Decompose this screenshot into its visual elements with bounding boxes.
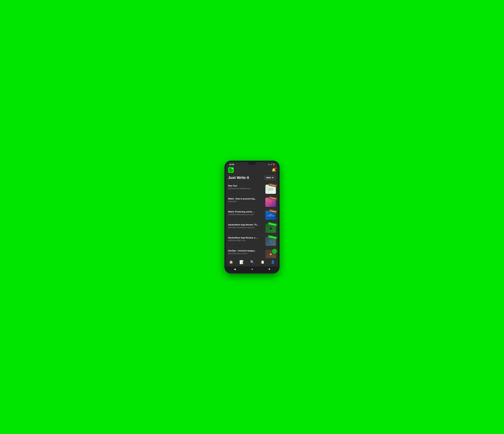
article-title: New Text (228, 185, 264, 187)
article-info: HackerNoon App Review: Th... 08/01/2024 … (228, 224, 265, 228)
logo-inner-circle (229, 168, 233, 172)
notification-badge: 1 (275, 167, 276, 169)
article-thumbnail: 🤲 🎧 (265, 250, 276, 258)
article-thumbnail: 📱 published (265, 224, 276, 233)
list-item[interactable]: DevOps : inclusive langua... 28/12/2023 … (228, 248, 276, 258)
article-meta: 02/01/2024 With it, you (228, 240, 264, 242)
phone-device: 10:56 ▲ ▲ 🔴 🔔 1 Just Write It (225, 161, 279, 273)
bottom-nav: 🏠 📝 🔍 📋 👤 (226, 258, 278, 266)
app-header: 🔔 1 (226, 166, 278, 174)
article-info: HackerNoon App Review: a ... 02/01/2024 … (228, 237, 265, 242)
article-meta: 26/02/2024 No Additional text (228, 188, 264, 190)
phone-screen: 10:56 ▲ ▲ 🔴 🔔 1 Just Write It (226, 162, 278, 272)
nav-item-search[interactable]: 🔍 (248, 260, 256, 264)
article-title: Web3: Protecting artists ... (228, 211, 264, 213)
signal-icon: ▲ (270, 163, 272, 165)
article-thumbnail: 👤 published (265, 237, 276, 246)
search-icon: 🔍 (250, 260, 254, 264)
home-icon: 🏠 (229, 260, 233, 264)
wifi-icon: ▲ (268, 163, 270, 165)
article-thumbnail: Insert yourimage here template (265, 185, 276, 194)
nav-item-feed[interactable]: 📋 (259, 260, 267, 264)
article-info: Web3 : How to prevent big... 24/02/2024 … (228, 198, 265, 202)
list-item[interactable]: Web3 : How to prevent big... 24/02/2024 … (228, 196, 276, 209)
profile-icon: 👤 (271, 260, 275, 264)
recents-button[interactable]: ■ (269, 268, 270, 271)
status-icons: ▲ ▲ 🔴 (268, 163, 275, 165)
article-thumbnail: StartThe Year 2023 template (265, 211, 276, 220)
new-button-label: NEW (266, 177, 271, 179)
article-title: HackerNoon App Review: a ... (228, 237, 264, 239)
nav-item-profile[interactable]: 👤 (269, 260, 277, 264)
feed-icon: 📋 (261, 260, 265, 264)
article-info: DevOps : inclusive langua... 28/12/2023 … (228, 250, 265, 254)
article-thumbnail: 🌺 template (265, 198, 276, 207)
article-meta: 24/02/2024 " (228, 200, 264, 202)
content-area[interactable]: Just Write It NEW ✏ New Text 26/02/2024 … (226, 174, 278, 258)
status-time: 10:56 (229, 163, 234, 165)
article-meta: 28/12/2023 How it works ? (228, 253, 264, 254)
article-title: HackerNoon App Review: Th... (228, 224, 264, 226)
article-title: Web3 : How to prevent big... (228, 198, 264, 200)
article-list: New Text 26/02/2024 No Additional text I… (228, 183, 276, 258)
nav-item-home[interactable]: 🏠 (227, 260, 235, 264)
nav-item-write[interactable]: 📝 (237, 260, 246, 265)
list-item[interactable]: Web3: Protecting artists ... 21/02/2024 … (228, 209, 276, 222)
list-item[interactable]: HackerNoon App Review: a ... 02/01/2024 … (228, 235, 276, 248)
page-title: Just Write It (228, 176, 249, 180)
new-button[interactable]: NEW ✏ (264, 175, 276, 180)
audio-badge: 🎧 (272, 249, 277, 253)
write-icon: 📝 (239, 260, 244, 264)
list-item[interactable]: New Text 26/02/2024 No Additional text I… (228, 183, 276, 196)
new-button-icon: ✏ (272, 177, 273, 179)
battery-icon: 🔴 (273, 163, 275, 165)
article-info: Web3: Protecting artists ... 21/02/2024 … (228, 211, 265, 216)
article-meta: 21/02/2024 Meet [insert your start (228, 214, 264, 216)
system-nav: ◀ ● ■ (226, 266, 278, 272)
notification-bell[interactable]: 🔔 1 (272, 168, 276, 172)
list-item[interactable]: HackerNoon App Review: Th... 08/01/2024 … (228, 222, 276, 235)
article-info: New Text 26/02/2024 No Additional text (228, 185, 265, 190)
back-button[interactable]: ◀ (234, 268, 236, 271)
article-meta: 08/01/2024 Download the app now (228, 226, 264, 228)
article-title: DevOps : inclusive langua... (228, 250, 264, 252)
home-button[interactable]: ● (252, 268, 253, 271)
app-logo[interactable] (228, 167, 234, 173)
page-header: Just Write It NEW ✏ (228, 174, 276, 180)
phone-notch (248, 162, 256, 165)
